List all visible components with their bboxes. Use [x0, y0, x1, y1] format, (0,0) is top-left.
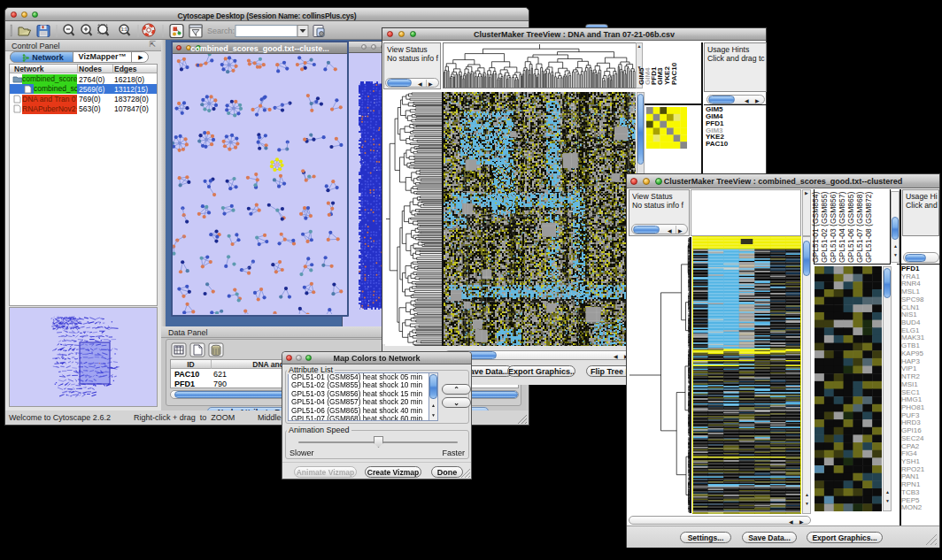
- svg-text:Search:: Search:: [207, 27, 235, 35]
- svg-text:1:1: 1:1: [121, 27, 127, 32]
